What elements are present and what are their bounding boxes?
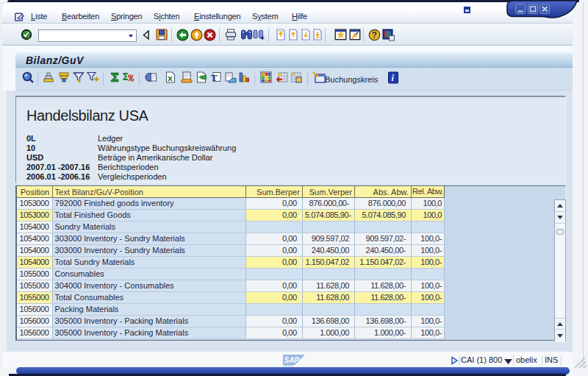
svg-text:T: T — [211, 72, 218, 83]
svg-text:?: ? — [372, 30, 377, 40]
svg-text:SAP: SAP — [284, 356, 300, 364]
